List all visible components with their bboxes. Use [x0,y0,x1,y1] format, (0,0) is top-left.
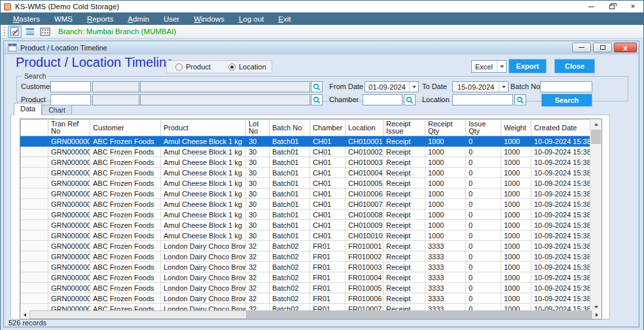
table-cell[interactable]: CH010002 [346,147,384,157]
table-cell[interactable]: 30 [246,178,270,189]
column-header-chamber[interactable]: Chamber [310,120,346,136]
row-header-cell[interactable] [21,168,48,178]
entry-form-tool-button[interactable] [8,26,22,38]
table-cell[interactable]: 3333 [425,262,466,272]
table-cell[interactable]: Amul Cheese Block 1 kg [161,178,246,189]
location-search-button[interactable] [514,94,526,105]
table-cell[interactable]: CH01 [310,189,346,199]
table-cell[interactable]: GRN00000001 [48,199,90,210]
table-cell[interactable]: 10-09-2024 15:38 [531,293,591,304]
table-cell[interactable]: CH01 [310,157,346,168]
table-cell[interactable]: 10-09-2024 15:38 [531,272,591,283]
table-cell[interactable]: Batch02 [270,241,310,251]
table-row[interactable]: GRN00000001ABC Frozen FoodsAmul Cheese B… [21,178,591,189]
product-alias-field[interactable] [92,94,139,105]
table-cell[interactable]: CH010003 [346,157,384,168]
table-cell[interactable]: 0 [466,168,501,178]
export-button[interactable]: Export [509,59,546,73]
table-cell[interactable]: 30 [246,189,270,199]
table-cell[interactable]: Receipt [384,210,425,220]
table-row[interactable]: GRN00000001ABC Frozen FoodsAmul Cheese B… [21,199,591,210]
table-cell[interactable]: 0 [466,220,501,230]
table-cell[interactable]: 10-09-2024 15:38 [531,189,591,199]
column-header-receipt-issue[interactable]: Receipt Issue [384,120,425,136]
column-header-lot-no[interactable]: Lot No [246,120,270,136]
table-cell[interactable]: FR01 [310,262,346,272]
table-cell[interactable]: Receipt [384,241,425,251]
customer-code-input[interactable] [50,81,91,92]
table-cell[interactable]: 10-09-2024 15:38 [531,283,591,293]
table-cell[interactable]: London Dairy Choco Brownie 500 ml [161,272,246,283]
table-cell[interactable]: 1000 [501,283,531,293]
table-cell[interactable]: CH01 [310,178,346,189]
chamber-search-button[interactable] [404,94,416,105]
menu-item-windows[interactable]: Windows [187,15,232,23]
table-cell[interactable]: Amul Cheese Block 1 kg [161,168,246,178]
table-cell[interactable]: 10-09-2024 15:38 [531,178,591,189]
product-search-button[interactable] [311,94,323,105]
scroll-right-button[interactable] [592,310,601,319]
table-cell[interactable]: 32 [246,251,270,262]
table-cell[interactable]: 1000 [425,178,466,189]
row-header-cell[interactable] [21,272,48,283]
table-cell[interactable]: ABC Frozen Foods [90,241,161,251]
table-cell[interactable]: GRN00000001 [48,241,90,251]
table-cell[interactable]: Batch01 [270,147,310,157]
table-cell[interactable]: Receipt [384,283,425,293]
table-cell[interactable]: 0 [466,230,501,241]
table-cell[interactable]: Batch01 [270,178,310,189]
table-cell[interactable]: GRN00000001 [48,262,90,272]
table-cell[interactable]: Batch01 [270,136,310,147]
table-row[interactable]: GRN00000001ABC Frozen FoodsAmul Cheese B… [21,136,591,147]
table-cell[interactable]: Batch01 [270,230,310,241]
table-cell[interactable]: Batch01 [270,220,310,230]
table-cell[interactable]: Receipt [384,262,425,272]
table-cell[interactable]: CH01 [310,230,346,241]
table-cell[interactable]: 1000 [425,168,466,178]
table-cell[interactable]: ABC Frozen Foods [90,168,161,178]
table-cell[interactable]: 32 [246,241,270,251]
table-cell[interactable]: 10-09-2024 15:38 [531,262,591,272]
table-cell[interactable]: CH01 [310,199,346,210]
table-cell[interactable]: 0 [466,262,501,272]
table-cell[interactable]: ABC Frozen Foods [90,178,161,189]
table-cell[interactable]: 1000 [501,178,531,189]
table-cell[interactable]: Receipt [384,293,425,304]
location-input[interactable] [452,94,513,105]
table-cell[interactable]: 3333 [425,272,466,283]
table-cell[interactable]: CH010001 [346,136,384,147]
table-cell[interactable]: ABC Frozen Foods [90,157,161,168]
table-cell[interactable]: FR01 [310,293,346,304]
table-cell[interactable]: FR01 [310,251,346,262]
to-date-picker[interactable]: 15-09-2024 [452,81,509,92]
customer-name-field[interactable] [140,81,310,92]
column-header-customer[interactable]: Customer [90,120,161,136]
table-cell[interactable]: FR01 [310,283,346,293]
table-cell[interactable]: 10-09-2024 15:38 [531,251,591,262]
table-cell[interactable]: Receipt [384,178,425,189]
table-cell[interactable]: GRN00000001 [48,178,90,189]
table-cell[interactable]: ABC Frozen Foods [90,230,161,241]
row-header-cell[interactable] [21,210,48,220]
table-cell[interactable]: 1000 [425,210,466,220]
radio-product[interactable]: Product [175,63,211,71]
table-cell[interactable]: ABC Frozen Foods [90,199,161,210]
table-cell[interactable]: 1000 [501,147,531,157]
table-cell[interactable]: ABC Frozen Foods [90,293,161,304]
table-row[interactable]: GRN00000001ABC Frozen FoodsAmul Cheese B… [21,157,591,168]
from-date-picker[interactable]: 01-09-2024 [365,81,419,92]
table-cell[interactable]: CH01 [310,147,346,157]
row-header-cell[interactable] [21,262,48,272]
table-cell[interactable]: CH010006 [346,189,384,199]
table-cell[interactable]: 3333 [425,251,466,262]
table-cell[interactable]: 0 [466,241,501,251]
table-cell[interactable]: 1000 [425,136,466,147]
table-cell[interactable]: London Dairy Choco Brownie 500 ml [161,262,246,272]
table-cell[interactable]: 3333 [425,293,466,304]
table-cell[interactable]: 0 [466,178,501,189]
row-header-cell[interactable] [21,283,48,293]
row-header-cell[interactable] [21,136,48,147]
table-cell[interactable]: 10-09-2024 15:38 [531,241,591,251]
table-cell[interactable]: ABC Frozen Foods [90,189,161,199]
table-cell[interactable]: 1000 [425,220,466,230]
